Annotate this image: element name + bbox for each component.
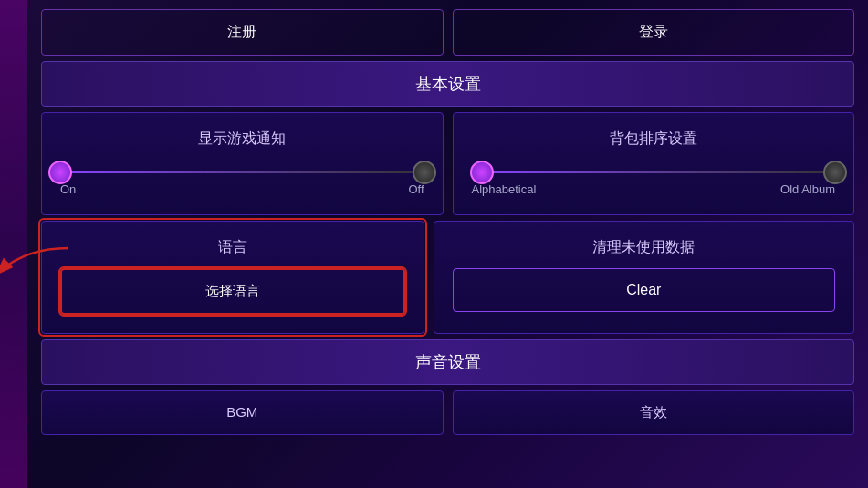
backpack-slider-track xyxy=(472,171,836,173)
notification-slider-thumb-right xyxy=(413,161,436,184)
settings-grid-row2: 语言 选择语言 清理未使用数据 Clear xyxy=(41,221,854,334)
bgm-col: BGM xyxy=(41,390,444,435)
language-col: 语言 选择语言 xyxy=(41,221,424,334)
notification-label: 显示游戏通知 xyxy=(198,130,286,149)
notification-slider-labels: On Off xyxy=(60,182,424,196)
login-button[interactable]: 登录 xyxy=(453,9,855,56)
backpack-col: 背包排序设置 Alphabetical Old Album xyxy=(453,112,855,215)
register-button[interactable]: 注册 xyxy=(41,9,444,56)
language-section-outer: 语言 选择语言 xyxy=(41,221,424,334)
notification-slider-thumb-left xyxy=(48,161,72,184)
bgm-label: BGM xyxy=(226,404,257,420)
clear-label: 清理未使用数据 xyxy=(592,238,695,257)
backpack-left-label: Alphabetical xyxy=(472,182,537,196)
bottom-grid: BGM 音效 xyxy=(41,390,854,435)
sfx-label: 音效 xyxy=(640,404,667,420)
top-buttons-row: 注册 登录 xyxy=(41,9,854,56)
backpack-slider-labels: Alphabetical Old Album xyxy=(472,182,836,196)
notification-col: 显示游戏通知 On Off xyxy=(41,112,444,215)
sound-settings-header: 声音设置 xyxy=(41,339,854,385)
sfx-col: 音效 xyxy=(453,390,855,435)
backpack-slider-thumb-left xyxy=(470,161,494,184)
backpack-label: 背包排序设置 xyxy=(610,130,697,149)
language-label: 语言 xyxy=(218,238,247,257)
notification-slider-track xyxy=(60,171,424,173)
notification-off-label: Off xyxy=(408,182,424,196)
backpack-right-label: Old Album xyxy=(780,182,835,196)
backpack-slider-thumb-right xyxy=(823,161,847,184)
notification-slider[interactable]: On Off xyxy=(60,160,424,196)
basic-settings-header: 基本设置 xyxy=(41,61,854,107)
notification-on-label: On xyxy=(60,182,76,196)
clear-button[interactable]: Clear xyxy=(453,268,836,312)
settings-grid-row1: 显示游戏通知 On Off 背包排序设置 xyxy=(41,112,854,215)
backpack-slider[interactable]: Alphabetical Old Album xyxy=(472,160,836,196)
language-select-button[interactable]: 选择语言 xyxy=(60,268,405,315)
clear-col: 清理未使用数据 Clear xyxy=(434,221,855,334)
